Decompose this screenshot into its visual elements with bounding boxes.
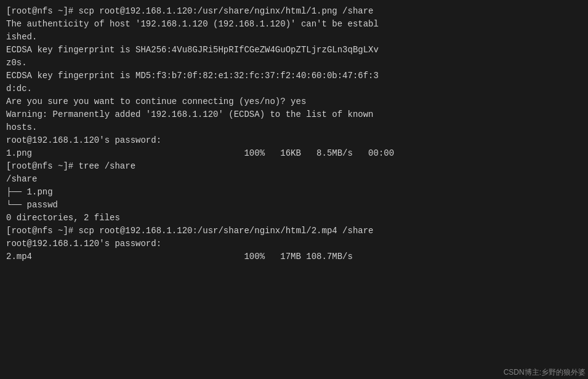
terminal-line: Are you sure you want to continue connec… — [6, 95, 582, 108]
watermark-text: CSDN博主:乡野的狼外婆 — [504, 367, 586, 378]
terminal-line: 0 directories, 2 files — [6, 212, 582, 225]
terminal-window: [root@nfs ~]# scp root@192.168.1.120:/us… — [0, 0, 588, 379]
terminal-line: z0s. — [6, 57, 582, 70]
terminal-line: root@192.168.1.120's password: — [6, 134, 582, 147]
terminal-line: 2.mp4 100% 17MB 108.7MB/s — [6, 250, 582, 263]
terminal-line: /share — [6, 173, 582, 186]
terminal-line: ├── 1.png — [6, 186, 582, 199]
terminal-line: Warning: Permanently added '192.168.1.12… — [6, 108, 582, 121]
terminal-line: ECDSA key fingerprint is SHA256:4Vu8GJRi… — [6, 44, 582, 57]
terminal-line: d:dc. — [6, 82, 582, 95]
terminal-line: ECDSA key fingerprint is MD5:f3:b7:0f:82… — [6, 70, 582, 82]
terminal-line: The authenticity of host '192.168.1.120 … — [6, 18, 582, 31]
terminal-line: [root@nfs ~]# scp root@192.168.1.120:/us… — [6, 225, 582, 237]
terminal-line: 1.png 100% 16KB 8.5MB/s 00:00 — [6, 147, 582, 160]
terminal-line: hosts. — [6, 121, 582, 134]
terminal-line: └── passwd — [6, 199, 582, 212]
terminal-line: ished. — [6, 31, 582, 44]
terminal-line: [root@nfs ~]# scp root@192.168.1.120:/us… — [6, 5, 582, 18]
terminal-line: [root@nfs ~]# tree /share — [6, 160, 582, 173]
terminal-content: [root@nfs ~]# scp root@192.168.1.120:/us… — [6, 5, 582, 263]
terminal-line: root@192.168.1.120's password: — [6, 237, 582, 250]
